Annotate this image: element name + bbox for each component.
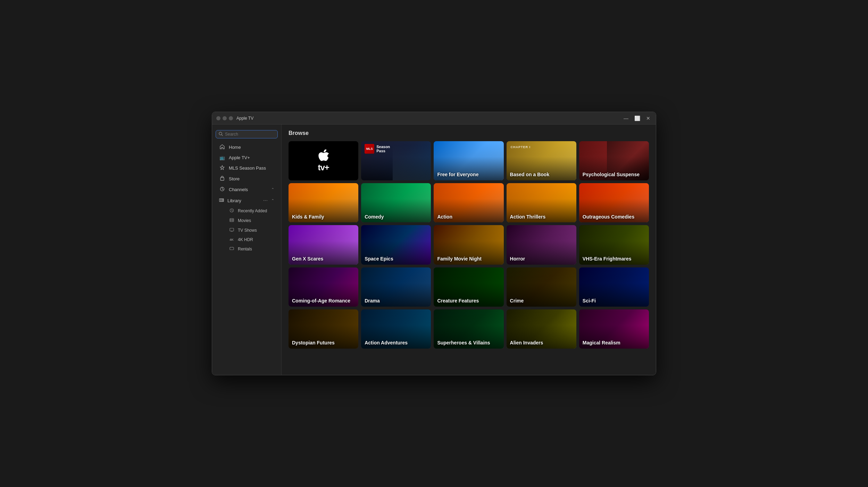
tile-vhs-frightmares[interactable]: VHS-Era Frightmares [579,225,649,264]
tile-kids-label: Kids & Family [289,211,358,223]
channels-left: Channels [219,187,248,193]
titlebar-controls [216,116,233,120]
search-input[interactable] [225,132,275,137]
tile-crime[interactable]: Crime [507,267,576,307]
sidebar-item-movies[interactable]: Movies [214,216,279,225]
sidebar-item-appletv-label: Apple TV+ [229,155,250,160]
tile-horror[interactable]: Horror [507,225,576,264]
mls-icon [219,165,225,171]
tiles-grid: tv+ MLS SeasonPass [289,141,649,349]
tile-genx-scares[interactable]: Gen X Scares [289,225,358,264]
tile-comedy[interactable]: Comedy [361,183,431,222]
tile-action[interactable]: Action [434,183,503,222]
tile-horror-label: Horror [507,253,576,265]
main-content: Browse tv+ [282,125,656,375]
tile-family-movie-night[interactable]: Family Movie Night [434,225,503,264]
library-dots-button[interactable]: ··· [262,197,269,204]
minimize-button[interactable] [223,116,227,120]
appletv-icon: 📺 [219,155,225,160]
tile-superheroes-villains[interactable]: Superheroes & Villains [434,309,503,349]
sidebar-item-store[interactable]: Store [214,174,279,184]
svg-rect-4 [219,199,221,202]
svg-rect-5 [221,199,223,202]
sidebar-item-home[interactable]: Home [214,142,279,152]
browse-title: Browse [289,130,649,136]
tile-action-adventures[interactable]: Action Adventures [361,309,431,349]
tile-outrageous-comedies[interactable]: Outrageous Comedies [579,183,649,222]
sidebar-item-rentals[interactable]: Rentals [214,245,279,254]
tile-dystopian-futures[interactable]: Dystopian Futures [289,309,358,349]
4khdr-icon: 4K [229,238,234,241]
sidebar-item-appletv[interactable]: 📺 Apple TV+ [214,153,279,162]
sidebar-item-4khdr[interactable]: 4K 4K HDR [214,236,279,244]
sidebar-item-library[interactable]: Library ··· ⌃ [214,195,279,206]
sidebar-item-mls[interactable]: MLS Season Pass [214,163,279,173]
sidebar-item-home-label: Home [229,145,241,150]
tile-dystopian-label: Dystopian Futures [289,337,358,349]
window-controls: — ⬜ ✕ [623,115,652,122]
tile-scifi[interactable]: Sci-Fi [579,267,649,307]
tile-drama[interactable]: Drama [361,267,431,307]
tile-scifi-label: Sci-Fi [579,295,649,307]
svg-point-0 [219,132,222,135]
tile-action-label: Action [434,211,503,223]
sidebar-item-mls-label: MLS Season Pass [229,165,266,171]
app-window: Apple TV — ⬜ ✕ [212,112,656,375]
tile-magical-realism[interactable]: Magical Realism [579,309,649,349]
tile-creature-label: Creature Features [434,295,503,307]
tile-action-adv-label: Action Adventures [361,337,431,349]
tvshows-icon [229,228,234,233]
tile-based-on-book[interactable]: CHAPTER I Based on a Book [507,141,576,180]
home-icon [219,144,225,150]
search-icon [219,132,223,137]
sidebar-item-channels[interactable]: Channels ⌃ [214,185,279,195]
tile-mls-season[interactable]: MLS SeasonPass [361,141,431,180]
tile-outrageous-label: Outrageous Comedies [579,211,649,223]
tile-alien-label: Alien Invaders [507,337,576,349]
channels-chevron-icon: ⌃ [271,187,274,192]
library-left: Library [219,198,241,204]
win-close-button[interactable]: ✕ [645,115,652,122]
tile-kids-family[interactable]: Kids & Family [289,183,358,222]
tile-comedy-label: Comedy [361,211,431,223]
app-title: Apple TV [236,116,623,121]
recently-added-label: Recently Added [238,208,267,213]
tile-free-label: Free for Everyone [434,169,503,180]
svg-rect-8 [230,219,234,222]
movies-icon [229,218,234,223]
tile-space-label: Space Epics [361,253,431,265]
win-restore-button[interactable]: ⬜ [634,115,641,122]
sidebar-item-library-label: Library [227,198,241,203]
sidebar-item-tvshows[interactable]: TV Shows [214,226,279,235]
svg-rect-10 [230,247,234,250]
svg-rect-2 [220,178,224,180]
tile-appletv-plus[interactable]: tv+ [289,141,358,180]
close-button[interactable] [216,116,220,120]
tile-superheroes-label: Superheroes & Villains [434,337,503,349]
tile-crime-label: Crime [507,295,576,307]
tile-free-for-everyone[interactable]: Free for Everyone [434,141,503,180]
svg-rect-9 [230,228,234,231]
win-minimize-button[interactable]: — [623,115,629,122]
search-box[interactable] [216,130,278,138]
tile-drama-label: Drama [361,295,431,307]
tile-alien-invaders[interactable]: Alien Invaders [507,309,576,349]
tile-genx-label: Gen X Scares [289,253,358,265]
maximize-button[interactable] [229,116,233,120]
tile-creature-features[interactable]: Creature Features [434,267,503,307]
search-container [212,128,281,142]
channels-icon [219,187,225,193]
sidebar: Home 📺 Apple TV+ MLS Season Pass [212,125,282,375]
tvshows-label: TV Shows [238,228,257,233]
tile-coming-age-romance[interactable]: Coming-of-Age Romance [289,267,358,307]
tile-family-label: Family Movie Night [434,253,503,265]
svg-line-1 [222,135,223,136]
tile-space-epics[interactable]: Space Epics [361,225,431,264]
4khdr-label: 4K HDR [238,237,253,242]
tile-psychological-suspense[interactable]: Psychological Suspense [579,141,649,180]
tile-action-thrillers[interactable]: Action Thrillers [507,183,576,222]
sidebar-item-recently-added[interactable]: Recently Added [214,206,279,215]
tile-vhs-label: VHS-Era Frightmares [579,253,649,265]
tile-book-label: Based on a Book [507,169,576,180]
sidebar-item-channels-label: Channels [229,187,248,192]
